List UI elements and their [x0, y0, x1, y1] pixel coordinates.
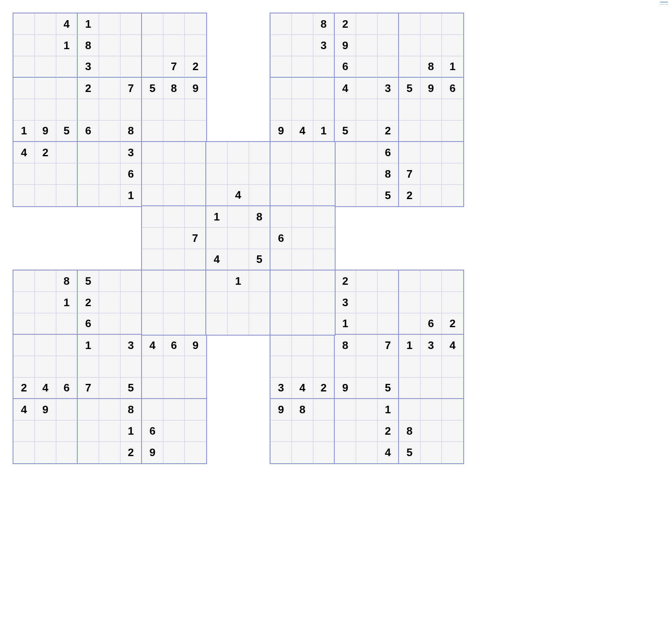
sudoku-cell[interactable] — [356, 378, 378, 399]
sudoku-cell[interactable] — [442, 35, 463, 56]
sudoku-cell[interactable] — [228, 313, 249, 335]
sudoku-cell[interactable]: 4 — [13, 399, 35, 420]
sudoku-cell[interactable] — [121, 356, 142, 378]
sudoku-cell[interactable] — [35, 270, 56, 292]
sudoku-cell[interactable] — [270, 13, 292, 35]
sudoku-cell[interactable] — [56, 99, 78, 121]
sudoku-cell[interactable] — [420, 185, 442, 206]
sudoku-cell[interactable] — [313, 99, 335, 121]
sudoku-cell[interactable] — [163, 99, 185, 121]
sudoku-cell[interactable] — [142, 142, 163, 163]
sudoku-cell[interactable] — [121, 270, 142, 292]
sudoku-cell[interactable] — [56, 142, 78, 163]
sudoku-cell[interactable]: 3 — [121, 335, 142, 356]
sudoku-cell[interactable] — [313, 292, 335, 313]
sudoku-cell[interactable]: 4 — [35, 378, 56, 399]
sudoku-cell[interactable] — [228, 206, 249, 228]
sudoku-cell[interactable]: 1 — [121, 185, 142, 206]
sudoku-cell[interactable] — [313, 442, 335, 463]
sudoku-cell[interactable] — [142, 378, 163, 399]
sudoku-cell[interactable]: 1 — [56, 292, 78, 313]
sudoku-cell[interactable] — [420, 270, 442, 292]
sudoku-cell[interactable] — [56, 420, 78, 442]
sudoku-cell[interactable] — [121, 313, 142, 335]
sudoku-cell[interactable]: 3 — [270, 378, 292, 399]
sudoku-cell[interactable] — [399, 99, 420, 121]
sudoku-cell[interactable] — [270, 420, 292, 442]
sudoku-cell[interactable] — [121, 13, 142, 35]
sudoku-cell[interactable] — [99, 185, 121, 206]
sudoku-cell[interactable] — [292, 442, 313, 463]
sudoku-cell[interactable] — [99, 420, 121, 442]
sudoku-cell[interactable]: 7 — [78, 378, 99, 399]
sudoku-cell[interactable] — [163, 356, 185, 378]
sudoku-cell[interactable]: 8 — [335, 335, 356, 356]
sudoku-cell[interactable] — [292, 163, 313, 185]
sudoku-cell[interactable] — [185, 420, 206, 442]
sudoku-cell[interactable] — [99, 442, 121, 463]
sudoku-cell[interactable]: 4 — [13, 142, 35, 163]
sudoku-cell[interactable] — [270, 442, 292, 463]
sudoku-cell[interactable]: 3 — [78, 56, 99, 78]
sudoku-cell[interactable]: 2 — [378, 121, 399, 142]
sudoku-cell[interactable] — [206, 292, 228, 313]
sudoku-cell[interactable] — [13, 420, 35, 442]
sudoku-cell[interactable] — [420, 399, 442, 420]
sudoku-cell[interactable]: 3 — [378, 78, 399, 99]
sudoku-cell[interactable] — [313, 270, 335, 292]
sudoku-cell[interactable] — [185, 185, 206, 206]
sudoku-cell[interactable]: 1 — [399, 335, 420, 356]
sudoku-cell[interactable] — [270, 206, 292, 228]
sudoku-cell[interactable] — [56, 185, 78, 206]
sudoku-cell[interactable] — [356, 185, 378, 206]
sudoku-cell[interactable] — [35, 13, 56, 35]
sudoku-cell[interactable] — [142, 99, 163, 121]
sudoku-cell[interactable] — [420, 163, 442, 185]
sudoku-cell[interactable] — [356, 313, 378, 335]
sudoku-cell[interactable] — [270, 99, 292, 121]
sudoku-cell[interactable] — [121, 292, 142, 313]
sudoku-cell[interactable] — [313, 399, 335, 420]
sudoku-cell[interactable]: 1 — [206, 206, 228, 228]
sudoku-cell[interactable] — [163, 420, 185, 442]
sudoku-cell[interactable]: 8 — [78, 35, 99, 56]
sudoku-cell[interactable]: 8 — [378, 163, 399, 185]
sudoku-cell[interactable] — [35, 442, 56, 463]
sudoku-cell[interactable] — [35, 420, 56, 442]
sudoku-cell[interactable]: 1 — [56, 35, 78, 56]
sudoku-cell[interactable] — [163, 142, 185, 163]
sudoku-cell[interactable] — [442, 378, 463, 399]
sudoku-cell[interactable]: 9 — [270, 399, 292, 420]
sudoku-cell[interactable] — [13, 313, 35, 335]
sudoku-cell[interactable] — [142, 206, 163, 228]
sudoku-cell[interactable] — [35, 78, 56, 99]
sudoku-cell[interactable] — [163, 35, 185, 56]
sudoku-cell[interactable]: 4 — [206, 249, 228, 270]
sudoku-cell[interactable] — [292, 206, 313, 228]
sudoku-cell[interactable] — [206, 142, 228, 163]
sudoku-cell[interactable] — [13, 442, 35, 463]
sudoku-cell[interactable]: 8 — [249, 206, 270, 228]
sudoku-cell[interactable] — [420, 121, 442, 142]
sudoku-cell[interactable]: 9 — [270, 121, 292, 142]
sudoku-cell[interactable] — [399, 121, 420, 142]
sudoku-cell[interactable] — [142, 270, 163, 292]
sudoku-cell[interactable] — [142, 121, 163, 142]
sudoku-cell[interactable] — [442, 292, 463, 313]
sudoku-cell[interactable] — [313, 228, 335, 249]
sudoku-cell[interactable]: 6 — [442, 78, 463, 99]
sudoku-cell[interactable] — [420, 99, 442, 121]
sudoku-cell[interactable] — [121, 35, 142, 56]
sudoku-cell[interactable] — [185, 13, 206, 35]
sudoku-cell[interactable] — [13, 292, 35, 313]
sudoku-cell[interactable] — [335, 420, 356, 442]
sudoku-cell[interactable] — [163, 270, 185, 292]
sudoku-cell[interactable] — [292, 78, 313, 99]
sudoku-cell[interactable]: 2 — [313, 378, 335, 399]
sudoku-cell[interactable] — [378, 313, 399, 335]
sudoku-cell[interactable]: 9 — [185, 335, 206, 356]
sudoku-cell[interactable] — [292, 99, 313, 121]
sudoku-cell[interactable] — [335, 442, 356, 463]
sudoku-cell[interactable] — [313, 335, 335, 356]
sudoku-cell[interactable] — [270, 292, 292, 313]
